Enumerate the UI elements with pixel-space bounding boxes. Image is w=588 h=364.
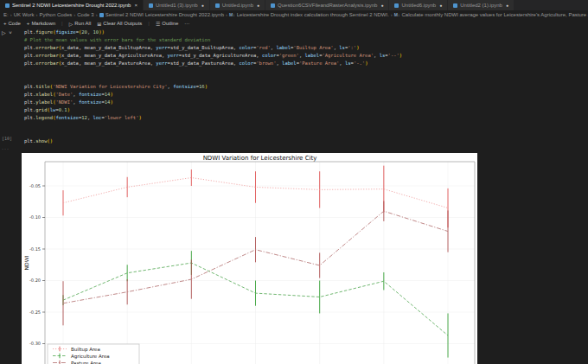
toolbar-code-button[interactable]: +Code bbox=[3, 21, 21, 26]
code-line: plt.errorbar(x_data, mean_y_data_Builtup… bbox=[24, 44, 402, 52]
play-icon: ▷ bbox=[69, 21, 74, 27]
code-line: plt.figure(figsize=(20, 10)) bbox=[24, 29, 402, 36]
y-tick-label: -0.05 bbox=[29, 183, 41, 188]
editor-tab[interactable]: Untitled6.ipynb● bbox=[389, 0, 448, 10]
breadcrumb-label: UK Work bbox=[14, 12, 35, 17]
breadcrumb-item[interactable]: M↓Calculate monthly NDWI average values … bbox=[394, 12, 588, 17]
notebook-icon bbox=[149, 3, 153, 8]
breadcrumb-item[interactable]: Code 3 bbox=[77, 12, 93, 17]
toolbar-label: Clear All Outputs bbox=[103, 21, 142, 26]
y-tick-label: -0.20 bbox=[29, 278, 41, 283]
code-line: plt.title('NDWI Variation for Leicesters… bbox=[24, 83, 402, 91]
breadcrumb-separator-icon: › bbox=[226, 12, 227, 17]
breadcrumb-label: E: bbox=[3, 12, 9, 17]
breadcrumb-separator-icon: › bbox=[74, 12, 75, 17]
tab-bar: Sentinel 2 NDWI Leicestershire Drought 2… bbox=[0, 0, 588, 10]
code-line bbox=[24, 130, 402, 137]
breadcrumb-item[interactable]: UK Work bbox=[14, 12, 35, 17]
breadcrumb-separator-icon: › bbox=[36, 12, 38, 17]
toolbar-clear-all-outputs-button[interactable]: ⊞Clear All Outputs bbox=[97, 21, 142, 27]
breadcrumb: E:›UK Work›Python Codes›Code 3›Sentinel … bbox=[0, 10, 588, 19]
toolbar-markdown-button[interactable]: +Markdown bbox=[27, 21, 55, 26]
y-tick-label: -0.25 bbox=[29, 310, 41, 315]
breadcrumb-label: Calculate monthly NDWI average values fo… bbox=[401, 12, 588, 17]
code-line bbox=[24, 122, 402, 130]
breadcrumb-separator-icon: › bbox=[96, 12, 98, 17]
vscode-window: Sentinel 2 NDWI Leicestershire Drought 2… bbox=[0, 0, 588, 364]
notebook-icon bbox=[453, 3, 457, 8]
tab-label: Question6CSVFileandRasterAnalysis.ipynb bbox=[278, 3, 377, 8]
notebook-icon bbox=[394, 3, 399, 8]
legend-label: Agriculture Area bbox=[71, 354, 110, 360]
modified-dot-icon: ● bbox=[506, 3, 508, 8]
code-line: plt.errorbar(x_data, mean_y_data_Agricul… bbox=[24, 52, 402, 60]
notebook-icon bbox=[215, 3, 220, 8]
editor-tab[interactable]: Untitled2 (1).ipynb● bbox=[448, 0, 514, 10]
plus-icon: + bbox=[3, 21, 7, 26]
tab-label: Untitled1 (3).ipynb bbox=[156, 3, 198, 8]
tab-label: Untitled2 (1).ipynb bbox=[460, 3, 502, 8]
notebook-icon bbox=[271, 3, 275, 8]
legend-label: Pasture Area bbox=[71, 361, 101, 364]
run-cell-button[interactable]: ▷ ˅ bbox=[2, 29, 13, 35]
markdown-icon: M↓ bbox=[229, 12, 235, 17]
markdown-icon: M↓ bbox=[394, 12, 400, 17]
toolbar-label: Markdown bbox=[31, 21, 55, 26]
breadcrumb-item[interactable]: Sentinel 2 NDWI Leicestershire Drought 2… bbox=[99, 12, 224, 17]
code-line: plt.show() bbox=[24, 137, 402, 145]
code-line: plt.ylabel('NDWI', fontsize=14) bbox=[24, 99, 402, 106]
tab-label: Sentinel 2 NDWI Leicestershire Drought 2… bbox=[12, 3, 131, 8]
notebook-toolbar: +Code+Markdown|▷Run All⊞Clear All Output… bbox=[0, 19, 588, 28]
editor-tab[interactable]: Untitled.ipynb● bbox=[210, 0, 265, 10]
breadcrumb-separator-icon: › bbox=[391, 12, 393, 17]
execution-count: [10] bbox=[2, 136, 12, 141]
editor-tab[interactable]: Question6CSVFileandRasterAnalysis.ipynb● bbox=[265, 0, 389, 10]
editor-tab[interactable]: Untitled1 (3).ipynb● bbox=[144, 0, 210, 10]
y-axis-label: NDWI bbox=[23, 255, 29, 270]
code-line: plt.xlabel('Date', fontsize=14) bbox=[24, 91, 402, 99]
code-line: # Plot the mean values with error bars f… bbox=[24, 36, 402, 44]
chart-title: NDWI Variation for Leicestershire City bbox=[203, 155, 317, 162]
legend-label: Builtup Area bbox=[71, 347, 100, 353]
tab-label: Untitled.ipynb bbox=[222, 3, 253, 8]
y-tick-label: -0.15 bbox=[29, 246, 41, 252]
modified-dot-icon: ● bbox=[439, 3, 442, 8]
code-cell-editor[interactable]: plt.figure(figsize=(20, 10))# Plot the m… bbox=[24, 29, 402, 145]
notebook-icon bbox=[5, 3, 10, 8]
modified-dot-icon: ● bbox=[201, 3, 204, 8]
modified-dot-icon: ● bbox=[257, 3, 259, 8]
clear-outputs-icon: ⊞ bbox=[97, 21, 101, 27]
toolbar-outline-button[interactable]: ☰Outline bbox=[156, 21, 178, 27]
editor-tab[interactable]: Sentinel 2 NDWI Leicestershire Drought 2… bbox=[0, 0, 144, 10]
ndwi-chart: -0.05-0.10-0.15-0.20-0.25-0.30NDWI Varia… bbox=[22, 153, 477, 364]
more-icon: ··· bbox=[184, 21, 189, 26]
tab-label: Untitled6.ipynb bbox=[401, 3, 436, 8]
breadcrumb-separator-icon: › bbox=[10, 12, 12, 17]
breadcrumb-label: Python Codes bbox=[40, 12, 73, 17]
breadcrumb-item[interactable]: M↓Leicestershire Drought index calculati… bbox=[229, 12, 389, 17]
code-line: plt.legend(fontsize=12, loc='lower left'… bbox=[24, 114, 402, 122]
code-line bbox=[24, 67, 402, 75]
code-line: plt.grid(lw=0.1) bbox=[24, 106, 402, 114]
y-tick-label: -0.30 bbox=[29, 341, 41, 346]
breadcrumb-label: Sentinel 2 NDWI Leicestershire Drought 2… bbox=[105, 12, 224, 17]
breadcrumb-item[interactable]: Python Codes bbox=[40, 12, 73, 17]
toolbar-label: Run All bbox=[74, 21, 91, 26]
breadcrumb-item[interactable]: E: bbox=[3, 12, 9, 17]
toolbar-separator: | bbox=[61, 21, 63, 26]
toolbar-separator: | bbox=[148, 21, 150, 26]
close-icon[interactable]: × bbox=[134, 3, 137, 8]
plus-icon: + bbox=[27, 21, 30, 26]
toolbar-run-all-button[interactable]: ▷Run All bbox=[69, 21, 92, 27]
breadcrumb-label: Leicestershire Drought index calculation… bbox=[237, 12, 389, 17]
chart-output: -0.05-0.10-0.15-0.20-0.25-0.30NDWI Varia… bbox=[22, 153, 477, 364]
output-options-icon[interactable]: ··· bbox=[2, 146, 10, 151]
code-line bbox=[24, 75, 402, 83]
y-tick-label: -0.10 bbox=[29, 214, 41, 220]
toolbar-label: Code bbox=[9, 21, 21, 26]
toolbar-more-button[interactable]: ··· bbox=[184, 21, 189, 26]
modified-dot-icon: ● bbox=[380, 3, 383, 8]
breadcrumb-label: Code 3 bbox=[77, 12, 93, 17]
code-line: plt.errorbar(x_data, mean_y_data_Pasture… bbox=[24, 60, 402, 67]
notebook-icon bbox=[99, 13, 104, 17]
